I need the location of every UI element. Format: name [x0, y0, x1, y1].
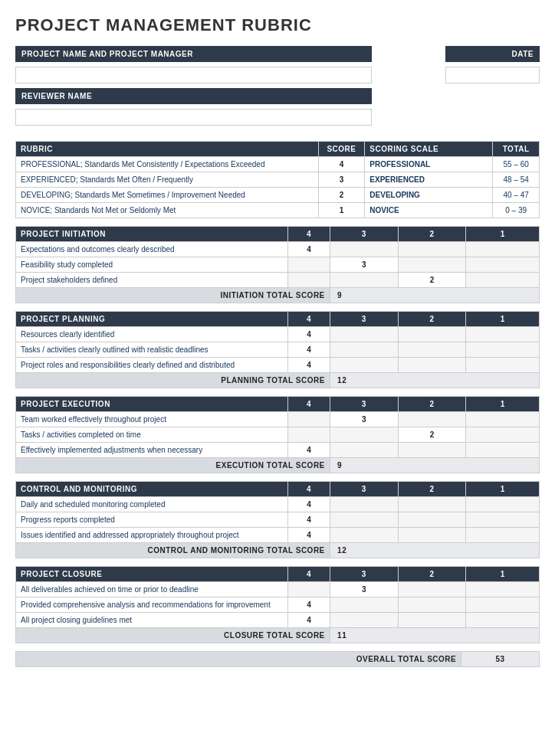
section-header-score-2: 2 — [398, 482, 466, 497]
total-value: 12 — [330, 373, 539, 388]
rubric-criteria: PROFESSIONAL; Standards Met Consistently… — [16, 157, 319, 172]
section-header-score-4: 4 — [288, 227, 330, 242]
section-data-row: Effectively implemented adjustments when… — [16, 443, 540, 458]
section-header-score-3: 3 — [330, 397, 398, 412]
section-table: CONTROL AND MONITORING 4 3 2 1 Daily and… — [15, 481, 540, 558]
score-col-2 — [398, 582, 466, 597]
scale-value: 0 – 39 — [493, 203, 540, 218]
section-data-row: Issues identified and addressed appropri… — [16, 528, 540, 543]
page-title: PROJECT MANAGEMENT RUBRIC — [15, 15, 540, 35]
score-col-1 — [466, 597, 540, 613]
total-label: CONTROL AND MONITORING TOTAL SCORE — [16, 543, 330, 558]
score-col-4: 4 — [288, 528, 330, 543]
score-col-3: 3 — [330, 412, 398, 427]
score-col-3 — [330, 342, 398, 358]
rubric-row: DEVELOPING; Standards Met Sometimes / Im… — [16, 188, 540, 203]
score-col-3: 3 — [330, 582, 398, 597]
score-col-3 — [330, 497, 398, 512]
total-value: 11 — [330, 628, 539, 643]
score-col-2 — [398, 443, 466, 458]
score-col-1 — [466, 613, 540, 628]
total-value: 9 — [330, 458, 539, 473]
score-col-2: 2 — [398, 427, 466, 443]
overall-table: OVERALL TOTAL SCORE 53 — [15, 651, 540, 667]
score-col-3 — [330, 443, 398, 458]
date-field[interactable] — [445, 67, 540, 83]
score-col-2 — [398, 342, 466, 358]
score-col-1 — [466, 443, 540, 458]
total-label: CLOSURE TOTAL SCORE — [16, 628, 330, 643]
overall-total-value: 53 — [461, 652, 540, 667]
score-col-1 — [466, 257, 540, 273]
score-col-4: 4 — [288, 342, 330, 358]
score-col-4 — [288, 582, 330, 597]
score-col-2 — [398, 512, 466, 528]
section-header-score-1: 1 — [466, 227, 540, 242]
reviewer-field[interactable] — [15, 109, 372, 126]
section-name: PROJECT INITIATION — [16, 227, 288, 242]
criteria-text: Issues identified and addressed appropri… — [16, 528, 288, 543]
criteria-text: Tasks / activities completed on time — [16, 427, 288, 443]
criteria-text: Daily and scheduled monitoring completed — [16, 497, 288, 512]
score-col-4: 4 — [288, 512, 330, 528]
score-col-1 — [466, 412, 540, 427]
section-header-score-3: 3 — [330, 227, 398, 242]
section-header-row: PROJECT EXECUTION 4 3 2 1 — [16, 397, 540, 412]
criteria-text: Tasks / activities clearly outlined with… — [16, 342, 288, 358]
section-data-row: Feasibility study completed 3 — [16, 257, 540, 273]
score-col-2 — [398, 528, 466, 543]
section-name: PROJECT EXECUTION — [16, 397, 288, 412]
section-total-row: CLOSURE TOTAL SCORE 11 — [16, 628, 540, 643]
score-col-1 — [466, 512, 540, 528]
section-header-row: PROJECT INITIATION 4 3 2 1 — [16, 227, 540, 242]
score-col-4: 4 — [288, 327, 330, 342]
section-table: PROJECT INITIATION 4 3 2 1 Expectations … — [15, 226, 540, 303]
score-col-3 — [330, 613, 398, 628]
section-header-score-3: 3 — [330, 482, 398, 497]
score-col-1 — [466, 427, 540, 443]
score-col-3 — [330, 427, 398, 443]
section-total-row: INITIATION TOTAL SCORE 9 — [16, 288, 540, 303]
top-info-section: PROJECT NAME and PROJECT MANAGER REVIEWE… — [15, 46, 540, 130]
score-col-4: 4 — [288, 443, 330, 458]
score-col-header: SCORE — [318, 142, 365, 157]
overall-total-row: OVERALL TOTAL SCORE 53 — [16, 652, 540, 667]
section-header-score-3: 3 — [330, 567, 398, 582]
date-label: DATE — [445, 46, 540, 62]
score-col-2 — [398, 613, 466, 628]
total-label: PLANNING TOTAL SCORE — [16, 373, 330, 388]
total-label: INITIATION TOTAL SCORE — [16, 288, 330, 303]
score-col-1 — [466, 327, 540, 342]
score-col-1 — [466, 342, 540, 358]
criteria-text: All deliverables achieved on time or pri… — [16, 582, 288, 597]
section-name: PROJECT CLOSURE — [16, 567, 288, 582]
section-data-row: Project roles and responsibilities clear… — [16, 358, 540, 373]
section-name: PROJECT PLANNING — [16, 312, 288, 327]
section-name: CONTROL AND MONITORING — [16, 482, 288, 497]
score-col-2 — [398, 242, 466, 257]
score-col-2 — [398, 257, 466, 273]
section-total-row: CONTROL AND MONITORING TOTAL SCORE 12 — [16, 543, 540, 558]
score-col-3 — [330, 528, 398, 543]
section-data-row: Progress reports completed 4 — [16, 512, 540, 528]
rubric-row: EXPERIENCED; Standards Met Often / Frequ… — [16, 172, 540, 188]
section-header-score-1: 1 — [466, 312, 540, 327]
score-col-3 — [330, 597, 398, 613]
project-name-field[interactable] — [15, 67, 372, 83]
score-col-3: 3 — [330, 257, 398, 273]
scale-label: PROFESSIONAL — [365, 157, 493, 172]
score-col-2 — [398, 327, 466, 342]
section-header-score-4: 4 — [288, 312, 330, 327]
criteria-text: Team worked effectively throughout proje… — [16, 412, 288, 427]
criteria-text: Resources clearly identified — [16, 327, 288, 342]
section-data-row: Tasks / activities completed on time 2 — [16, 427, 540, 443]
score-col-1 — [466, 528, 540, 543]
scale-value: 48 – 54 — [493, 172, 540, 188]
section-table: PROJECT EXECUTION 4 3 2 1 Team worked ef… — [15, 396, 540, 473]
rubric-score: 1 — [318, 203, 365, 218]
score-col-1 — [466, 273, 540, 288]
section-header-score-2: 2 — [398, 397, 466, 412]
score-col-2 — [398, 597, 466, 613]
criteria-text: Feasibility study completed — [16, 257, 288, 273]
rubric-row: NOVICE; Standards Not Met or Seldomly Me… — [16, 203, 540, 218]
